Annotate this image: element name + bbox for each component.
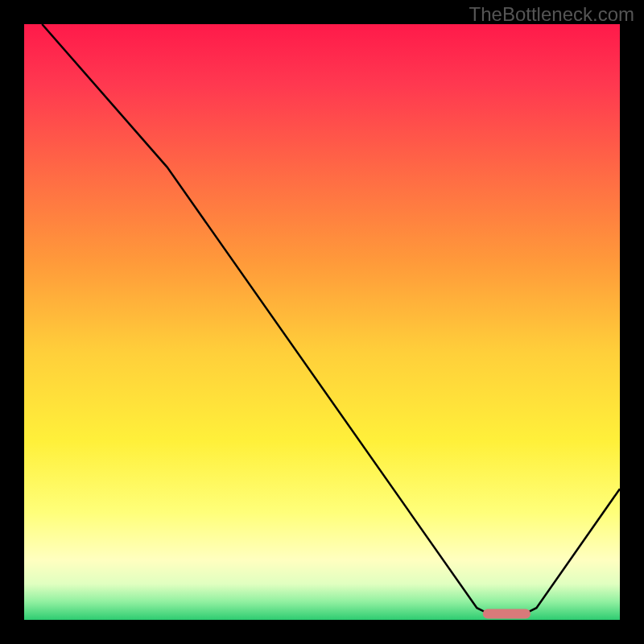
plot-area (24, 24, 620, 620)
watermark-text: TheBottleneck.com (469, 3, 634, 26)
bottleneck-marker (483, 609, 530, 619)
chart-container: TheBottleneck.com (0, 0, 644, 644)
chart-svg (24, 24, 620, 620)
gradient-background (24, 24, 620, 620)
